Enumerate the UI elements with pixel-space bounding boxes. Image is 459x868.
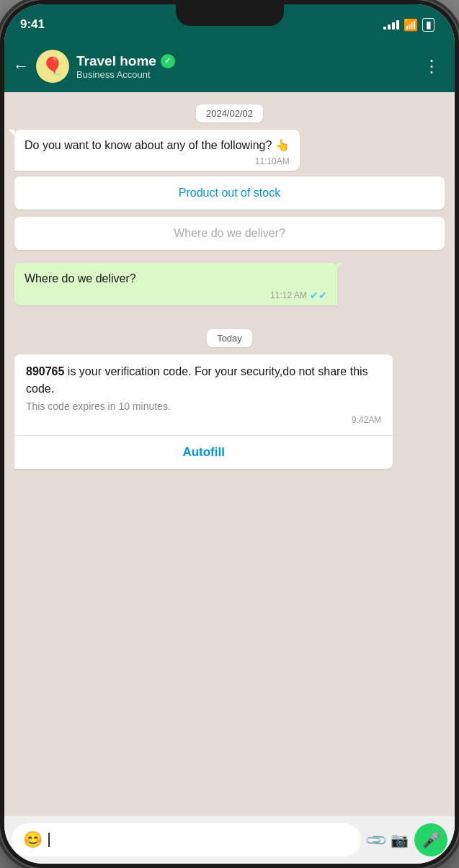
double-tick-icon: ✔✔ — [310, 290, 327, 301]
wifi-icon: 📶 — [404, 18, 418, 32]
header-info: Travel home ✓ Business Account — [76, 53, 410, 80]
sent-message-wrapper: Where do we deliver? 11:12 AM ✔✔ — [14, 263, 445, 305]
signal-bar-1 — [383, 27, 386, 30]
received-message: Do you want to know about any of the fol… — [14, 130, 300, 171]
signal-bar-2 — [388, 24, 391, 30]
verified-badge: ✓ — [161, 54, 175, 68]
chat-area: 2024/02/02 Do you want to know about any… — [4, 92, 455, 816]
mic-button[interactable]: 🎤 — [414, 823, 447, 856]
verification-time: 9:42AM — [26, 415, 381, 425]
received-message-time: 11:10AM — [24, 156, 290, 166]
battery-icon: ▮ — [422, 18, 435, 32]
checkmark-icon: ✓ — [164, 56, 171, 66]
attach-button[interactable]: 📎 — [363, 828, 388, 853]
back-button[interactable]: ← — [13, 57, 29, 76]
menu-button[interactable]: ⋮ — [417, 50, 446, 82]
status-bar: 9:41 📶 ▮ — [4, 4, 455, 40]
verification-main-text: is your verification code. For your secu… — [26, 365, 368, 395]
signal-bar-4 — [396, 20, 399, 30]
date-badge: 2024/02/02 — [14, 107, 445, 120]
header-name: Travel home ✓ — [76, 53, 410, 69]
date-badge-text: 2024/02/02 — [196, 104, 263, 122]
signal-bars — [383, 20, 399, 30]
header-subtitle: Business Account — [76, 69, 410, 80]
today-badge-text: Today — [207, 329, 252, 347]
text-cursor — [48, 833, 50, 847]
verification-expiry: This code expires in 10 minutes. — [26, 401, 381, 412]
avatar-emoji: 🎈 — [42, 56, 63, 76]
autofill-button[interactable]: Autofill — [14, 436, 393, 469]
verification-message: 890765 is your verification code. For yo… — [14, 354, 393, 469]
contact-name: Travel home — [76, 53, 156, 69]
signal-bar-3 — [392, 22, 395, 30]
option-button-stock[interactable]: Product out of stock — [14, 176, 445, 210]
camera-button[interactable]: 📷 — [391, 831, 409, 849]
phone-frame: 9:41 📶 ▮ ← 🎈 Travel home — [0, 0, 459, 868]
input-box: 😊 — [12, 823, 361, 856]
today-badge: Today — [14, 331, 445, 344]
input-area: 😊 📎 📷 🎤 — [4, 816, 455, 864]
notch — [176, 4, 284, 26]
verification-code: 890765 — [26, 365, 64, 377]
option-stock-label: Product out of stock — [179, 187, 280, 199]
verification-text: 890765 is your verification code. For yo… — [26, 363, 381, 398]
wa-header: ← 🎈 Travel home ✓ Business Account ⋮ — [4, 40, 455, 92]
sent-message-time: 11:12 AM ✔✔ — [24, 290, 327, 301]
mic-icon: 🎤 — [422, 831, 440, 849]
received-message-text: Do you want to know about any of the fol… — [24, 137, 290, 153]
sent-message-text: Where do we deliver? — [24, 270, 327, 287]
option-button-deliver[interactable]: Where do we deliver? — [14, 217, 445, 250]
status-time: 9:41 — [20, 17, 45, 32]
option-deliver-label: Where do we deliver? — [174, 227, 285, 239]
avatar: 🎈 — [36, 50, 69, 83]
sent-message: Where do we deliver? 11:12 AM ✔✔ — [14, 263, 337, 305]
phone-inner: 9:41 📶 ▮ ← 🎈 Travel home — [4, 4, 455, 864]
verification-body: 890765 is your verification code. For yo… — [14, 354, 393, 431]
status-icons: 📶 ▮ — [383, 18, 435, 32]
emoji-button[interactable]: 😊 — [23, 831, 43, 849]
